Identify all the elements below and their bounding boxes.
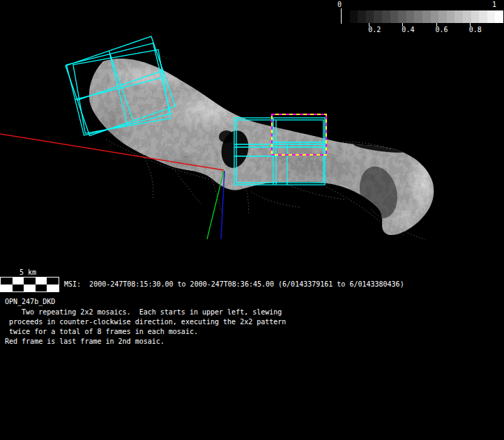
colorbar-step [447, 10, 455, 23]
scale-bar-segment [24, 285, 36, 291]
scale-bar-segment [36, 278, 47, 285]
sequence-description: Two repeating 2x2 mosaics. Each starts i… [5, 308, 286, 347]
colorbar-step [398, 10, 406, 23]
scale-bar-segment [13, 278, 24, 285]
colorbar-tick-label: 0.6 [432, 26, 452, 33]
crater-shadow [219, 130, 234, 143]
colorbar-step [358, 10, 366, 23]
colorbar-step [479, 10, 487, 23]
render-canvas [0, 0, 504, 440]
scale-bar-label: 5 km [20, 268, 36, 277]
colorbar-step [463, 10, 471, 23]
scale-bar-segment [13, 285, 24, 291]
colorbar-step [471, 10, 480, 23]
colorbar-max-label: 1 [492, 1, 496, 9]
scale-bar-segment [47, 285, 59, 291]
scale-bar-checker [0, 277, 59, 292]
colorbar-step [422, 10, 431, 23]
colorbar-step [455, 10, 463, 23]
colorbar-tick-label: 0.2 [364, 26, 385, 33]
colorbar-tick-label: 0.8 [465, 26, 486, 33]
colorbar-tick-label: 0.4 [397, 26, 418, 33]
colorbar-step [350, 10, 358, 23]
description-line: twice for a total of 8 frames in each mo… [5, 327, 286, 337]
status-line: MSI: 2000-247T08:15:30.00 to 2000-247T08… [64, 280, 404, 289]
colorbar-step [342, 10, 350, 23]
scale-bar-segment [1, 278, 13, 285]
colorbar-step [414, 10, 422, 23]
colorbar-step [390, 10, 399, 23]
colorbar-step [438, 10, 447, 23]
colorbar-gradient [342, 10, 503, 23]
colorbar-step [382, 10, 390, 23]
scale-bar-segment [36, 285, 47, 291]
colorbar-step [406, 10, 415, 23]
description-line: Red frame is last frame in 2nd mosaic. [5, 337, 286, 347]
colorbar-step [374, 10, 382, 23]
colorbar-step [487, 10, 496, 23]
sequence-name: OPN_247b_DKD [5, 298, 55, 306]
scale-bar-segment [24, 278, 36, 285]
colorbar-step [495, 10, 503, 23]
colorbar-step [431, 10, 439, 23]
msi-sequence-view: 0 1 0.20.40.60.8 5 km MSI: 2000-247T08:1… [0, 0, 504, 440]
scale-bar-segment [1, 285, 13, 291]
colorbar-step [366, 10, 374, 23]
description-line: proceeds in counter-clockwise direction,… [5, 317, 286, 327]
scale-bar-segment [47, 278, 59, 285]
description-line: Two repeating 2x2 mosaics. Each starts i… [5, 308, 286, 317]
